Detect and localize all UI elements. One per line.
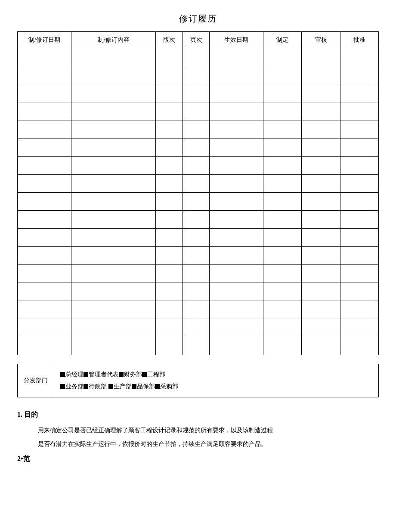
header-review: 审核 [302, 32, 340, 48]
table-cell [340, 102, 378, 120]
table-cell [183, 247, 209, 265]
table-cell [71, 319, 155, 337]
table-cell [156, 48, 183, 66]
table-cell [183, 84, 209, 102]
table-cell [156, 247, 183, 265]
table-cell [183, 157, 209, 175]
table-cell [18, 193, 71, 211]
table-cell [18, 211, 71, 229]
header-content: 制/修订内容 [71, 32, 155, 48]
table-cell [302, 48, 340, 66]
table-cell [71, 283, 155, 301]
header-made: 制定 [263, 32, 302, 48]
table-cell [302, 247, 340, 265]
distribution-label: 分发部门 [18, 364, 54, 397]
table-cell [340, 337, 378, 355]
table-cell [263, 211, 302, 229]
table-cell [18, 138, 71, 157]
table-cell [302, 211, 340, 229]
table-cell [210, 337, 263, 355]
section1-line2: 是否有潜力在实际生产运行中，依报价时的生产节拍，持续生产满足顾客要求的产品。 [26, 438, 379, 450]
table-cell [71, 138, 155, 157]
table-cell [263, 301, 302, 319]
table-cell [340, 301, 378, 319]
table-cell [156, 337, 183, 355]
table-cell [183, 102, 209, 120]
table-cell [210, 66, 263, 84]
table-cell [18, 48, 71, 66]
table-cell [302, 120, 340, 138]
table-cell [263, 319, 302, 337]
table-cell [302, 265, 340, 283]
page-title: 修订履历 [17, 13, 379, 25]
table-cell [210, 247, 263, 265]
table-cell [18, 265, 71, 283]
table-cell [18, 84, 71, 102]
table-cell [263, 229, 302, 247]
table-cell [340, 48, 378, 66]
table-cell [183, 283, 209, 301]
table-cell [156, 319, 183, 337]
section1-title: 1. 目的 [17, 410, 379, 419]
table-cell [340, 211, 378, 229]
table-cell [302, 138, 340, 157]
table-cell [302, 319, 340, 337]
table-cell [156, 66, 183, 84]
table-cell [340, 120, 378, 138]
table-cell [210, 120, 263, 138]
table-cell [183, 48, 209, 66]
table-cell [18, 301, 71, 319]
header-date: 制/修订日期 [18, 32, 71, 48]
table-cell [340, 319, 378, 337]
table-cell [18, 283, 71, 301]
table-cell [183, 319, 209, 337]
table-cell [71, 102, 155, 120]
table-cell [210, 157, 263, 175]
table-cell [18, 66, 71, 84]
table-cell [183, 301, 209, 319]
table-cell [18, 175, 71, 193]
table-cell [263, 102, 302, 120]
table-cell [71, 84, 155, 102]
table-cell [340, 175, 378, 193]
table-cell [183, 211, 209, 229]
table-cell [263, 120, 302, 138]
table-cell [263, 265, 302, 283]
table-cell [302, 102, 340, 120]
table-cell [156, 102, 183, 120]
table-cell [340, 84, 378, 102]
table-cell [183, 66, 209, 84]
table-cell [71, 175, 155, 193]
table-cell [263, 84, 302, 102]
table-cell [18, 319, 71, 337]
table-cell [18, 337, 71, 355]
table-cell [210, 102, 263, 120]
table-cell [210, 48, 263, 66]
table-cell [71, 229, 155, 247]
table-cell [71, 301, 155, 319]
table-cell [156, 265, 183, 283]
table-cell [302, 337, 340, 355]
table-cell [263, 157, 302, 175]
table-cell [263, 283, 302, 301]
table-cell [156, 175, 183, 193]
table-cell [210, 175, 263, 193]
table-cell [263, 138, 302, 157]
distribution-content: 总经理管理者代表财务部工程部 业务部行政部 生产部品保部采购部 [54, 364, 379, 397]
table-cell [302, 84, 340, 102]
table-cell [71, 211, 155, 229]
table-cell [263, 66, 302, 84]
table-cell [340, 138, 378, 157]
table-cell [71, 66, 155, 84]
table-cell [156, 138, 183, 157]
table-cell [71, 247, 155, 265]
table-cell [156, 211, 183, 229]
table-cell [71, 337, 155, 355]
table-cell [156, 301, 183, 319]
table-cell [210, 319, 263, 337]
header-version: 版次 [156, 32, 183, 48]
table-cell [340, 229, 378, 247]
table-cell [340, 193, 378, 211]
dist-line1: 总经理管理者代表财务部工程部 [60, 369, 372, 381]
table-cell [71, 157, 155, 175]
